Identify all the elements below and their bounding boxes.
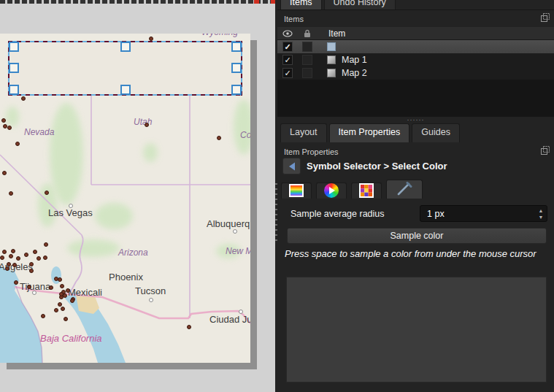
- map-point: [21, 96, 26, 101]
- map-point: [41, 314, 45, 318]
- rectangle-item-icon: [327, 42, 336, 51]
- map-point: [0, 255, 4, 260]
- map-point: [43, 255, 47, 260]
- color-sampler-dropper-icon: [396, 182, 412, 196]
- map-point: [58, 277, 62, 282]
- map-point: [217, 136, 221, 140]
- item-row[interactable]: ✓Map 2: [277, 66, 554, 80]
- layout-page-map[interactable]: WyomingNevadaUtahColoArizonaNew MLas Veg…: [0, 34, 250, 363]
- map-point: [2, 250, 7, 254]
- map-point: [7, 126, 12, 130]
- dock-tabbar-bottom: LayoutItem PropertiesGuides: [277, 123, 554, 142]
- map-point: [54, 308, 58, 312]
- resize-handle-e[interactable]: [231, 63, 242, 73]
- map-point: [12, 263, 17, 267]
- color-ramp-icon: [289, 184, 304, 197]
- item-label: Map 2: [342, 68, 367, 78]
- state-border-colorado-river: [69, 235, 83, 294]
- red-dash: [254, 0, 259, 4]
- sample-color-button[interactable]: Sample color: [287, 228, 547, 244]
- tab-color-swatches[interactable]: [351, 182, 382, 199]
- item-label: Map 1: [342, 55, 367, 65]
- float-panel-icon[interactable]: [541, 146, 550, 155]
- visibility-checkbox[interactable]: ✓: [282, 42, 293, 52]
- map-item-icon: [327, 55, 336, 64]
- tab-layout[interactable]: Layout: [280, 123, 327, 142]
- map-point: [70, 299, 74, 303]
- spin-down-icon[interactable]: ▼: [539, 215, 544, 220]
- map-point: [9, 254, 13, 258]
- map-point: [16, 256, 20, 261]
- item-row[interactable]: ✓: [277, 40, 554, 53]
- sampler-hint-text: Press space to sample a color from under…: [285, 248, 542, 260]
- map-point: [24, 253, 28, 257]
- panel-splitter[interactable]: ······: [277, 117, 554, 122]
- map-point: [15, 142, 20, 146]
- item-row[interactable]: ✓Map 1: [277, 53, 554, 66]
- resize-handle-n[interactable]: [120, 42, 131, 52]
- tab-guides[interactable]: Guides: [412, 123, 460, 142]
- map-point: [33, 250, 37, 254]
- breadcrumb: Symbol Selector > Select Color: [307, 161, 447, 172]
- tab-undo-history[interactable]: Undo History: [324, 0, 396, 9]
- visibility-column-eye-icon: [282, 30, 293, 37]
- resize-handle-se[interactable]: [231, 85, 242, 95]
- canvas-top-dashed-line: [0, 0, 275, 4]
- map-point: [49, 285, 53, 290]
- layout-canvas[interactable]: WyomingNevadaUtahColoArizonaNew MLas Veg…: [0, 0, 277, 392]
- map-point: [29, 269, 34, 273]
- city-marker: [149, 298, 153, 302]
- tab-item-properties[interactable]: Item Properties: [329, 123, 410, 142]
- lock-checkbox[interactable]: [302, 55, 312, 65]
- tab-color-sampler[interactable]: [386, 180, 423, 199]
- items-panel-title: Items: [284, 15, 304, 23]
- map-point: [14, 280, 18, 285]
- back-arrow-icon: [287, 161, 297, 172]
- lock-checkbox[interactable]: [302, 42, 312, 52]
- item-properties-panel-title: Item Properties: [284, 147, 339, 156]
- spin-up-icon[interactable]: ▲: [539, 208, 544, 213]
- map-point: [1, 118, 6, 123]
- sampled-color-preview: [286, 277, 547, 383]
- lock-checkbox[interactable]: [302, 68, 312, 78]
- sample-radius-value: 1 px: [420, 209, 535, 219]
- resize-handle-ne[interactable]: [231, 42, 242, 52]
- float-panel-icon[interactable]: [541, 13, 550, 22]
- map-point: [45, 191, 49, 195]
- map-point: [36, 256, 41, 261]
- map-point: [29, 262, 34, 266]
- color-swatches-icon: [359, 183, 374, 198]
- pacific-ocean: [0, 266, 42, 363]
- country-border-us-mexico: [15, 287, 250, 323]
- dock-panel: ItemsUndo History Items: [275, 0, 554, 392]
- map-point: [187, 325, 191, 329]
- city-marker: [32, 291, 36, 295]
- color-wheel-icon: [324, 183, 339, 198]
- city-marker: [239, 310, 243, 314]
- lock-column-icon: [304, 29, 311, 38]
- tab-color-wheel[interactable]: [316, 182, 347, 199]
- items-table-header: Item: [277, 27, 554, 40]
- sample-radius-spinbox[interactable]: 1 px ▲ ▼: [420, 205, 547, 222]
- dock-tabbar-top: ItemsUndo History: [277, 0, 554, 10]
- map-item-icon: [327, 69, 336, 77]
- resize-handle-s[interactable]: [120, 85, 131, 95]
- map-point: [11, 249, 15, 253]
- back-button[interactable]: [282, 158, 301, 174]
- resize-handle-sw[interactable]: [9, 85, 19, 95]
- tab-color-ramp[interactable]: [281, 182, 312, 199]
- visibility-checkbox[interactable]: ✓: [282, 68, 293, 78]
- map-point: [61, 307, 65, 311]
- map-point: [60, 284, 64, 288]
- sample-average-radius-label: Sample average radius: [291, 209, 385, 219]
- visibility-checkbox[interactable]: ✓: [282, 55, 293, 65]
- city-marker: [233, 229, 237, 234]
- map-point: [58, 302, 62, 307]
- selected-rectangle-item[interactable]: [8, 41, 242, 96]
- items-table: Item ✓✓Map 1✓Map 2: [277, 27, 554, 80]
- resize-handle-nw[interactable]: [9, 42, 19, 52]
- resize-handle-w[interactable]: [9, 63, 19, 73]
- city-marker: [69, 204, 73, 208]
- tab-items[interactable]: Items: [280, 0, 322, 9]
- desert-patch: [76, 295, 99, 314]
